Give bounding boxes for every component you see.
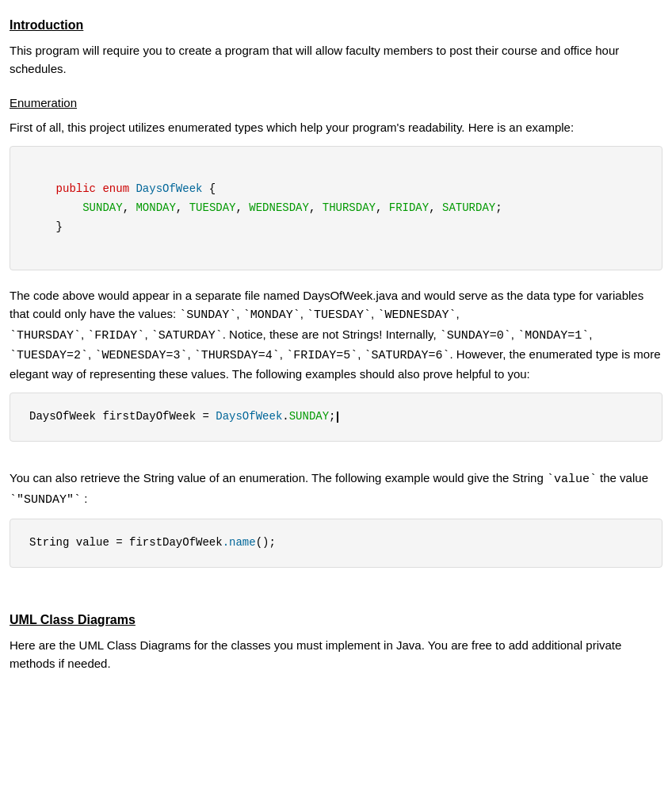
enumeration-heading: Enumeration	[10, 94, 77, 113]
code1-public: public	[56, 182, 96, 195]
uml-heading: UML Class Diagrams	[10, 611, 136, 630]
uml-body: Here are the UML Class Diagrams for the …	[10, 636, 662, 673]
spacer2	[10, 584, 662, 595]
enumeration-body3: You can also retrieve the String value o…	[10, 469, 662, 509]
enumeration-body1: First of all, this project utilizes enum…	[10, 118, 662, 136]
code2-val: DaysOfWeek	[216, 410, 282, 423]
uml-section: UML Class Diagrams Here are the UML Clas…	[10, 611, 662, 673]
introduction-heading: Introduction	[10, 16, 83, 35]
code1-values: SUNDAY	[56, 201, 123, 214]
code-block-3: String value = firstDayOfWeek.name();	[10, 519, 662, 568]
code-block-1: public enum DaysOfWeek { SUNDAY, MONDAY,…	[10, 146, 662, 270]
enumeration-section: Enumeration First of all, this project u…	[10, 94, 662, 568]
code1-close-brace: }	[56, 220, 63, 233]
introduction-body: This program will require you to create …	[10, 41, 662, 79]
code-block-2: DaysOfWeek firstDayOfWeek = DaysOfWeek.S…	[10, 393, 662, 442]
code2-var: DaysOfWeek firstDayOfWeek	[29, 410, 196, 423]
code1-enum: enum	[102, 182, 129, 195]
spacer1	[10, 458, 662, 469]
code1-classname: DaysOfWeek	[136, 182, 202, 195]
enumeration-body2: The code above would appear in a separat…	[10, 286, 662, 383]
introduction-section: Introduction This program will require y…	[10, 16, 662, 79]
